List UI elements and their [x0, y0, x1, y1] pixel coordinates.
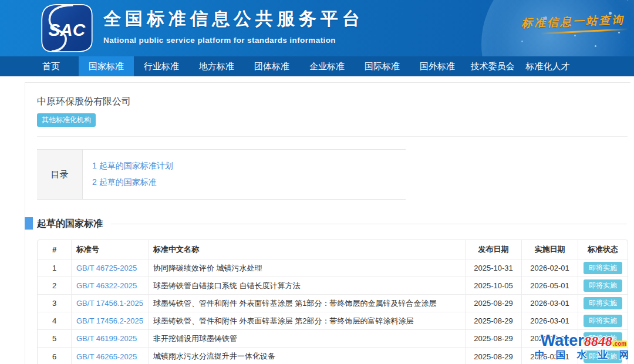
standard-name: 球墨铸铁管、管件和附件 外表面锌基涂层 第1部分：带终饰层的金属锌及锌合金涂层 — [149, 295, 466, 312]
table-row: 3 GB/T 17456.1-2025 球墨铸铁管、管件和附件 外表面锌基涂层 … — [38, 295, 628, 312]
status-badge: 即将实施 — [584, 279, 622, 292]
toc-box: 目录 1 起草的国家标准计划 2 起草的国家标准 — [37, 149, 406, 200]
publish-date: 2025-08-29 — [466, 348, 522, 364]
standard-name: 球墨铸铁管自锚接口系统 自锚长度计算方法 — [149, 277, 466, 295]
row-index: 3 — [38, 295, 72, 312]
table-row: 2 GB/T 46322-2025 球墨铸铁管自锚接口系统 自锚长度计算方法 2… — [38, 277, 628, 295]
company-type-badge: 其他标准化机构 — [37, 113, 96, 127]
nav-item-local-standards[interactable]: 地方标准 — [189, 56, 244, 76]
implement-date: 2026-03-01 — [522, 348, 578, 364]
row-index: 2 — [38, 277, 72, 295]
site-subtitle: National public service platform for sta… — [103, 36, 364, 45]
sac-logo-icon: SAC — [41, 4, 93, 52]
row-index: 1 — [38, 259, 72, 277]
standard-name: 非开挖铺设用球墨铸铁管 — [149, 330, 466, 348]
status-badge: 即将实施 — [584, 315, 622, 327]
nav-item-industry-standards[interactable]: 行业标准 — [134, 56, 189, 76]
company-name: 中原环保股份有限公司 — [37, 96, 628, 108]
col-header-impl-date: 实施日期 — [522, 240, 578, 259]
table-row: 5 GB/T 46199-2025 非开挖铺设用球墨铸铁管 2025-08-29… — [38, 330, 628, 348]
globe-dots-decoration — [628, 0, 628, 1]
status-badge: 即将实施 — [584, 332, 622, 345]
site-header: SAC 全国标准信息公共服务平台 National public service… — [0, 0, 634, 56]
nav-item-national-standards[interactable]: 国家标准 — [79, 56, 134, 76]
nav-item-group-standards[interactable]: 团体标准 — [244, 56, 299, 76]
main-nav: 首页 国家标准 行业标准 地方标准 团体标准 企业标准 国际标准 国外标准 技术… — [0, 56, 634, 76]
table-row: 6 GB/T 46265-2025 城镇雨水污水分流提升井一体化设备 2025-… — [38, 348, 628, 364]
svg-text:SAC: SAC — [49, 20, 86, 39]
status-badge: 即将实施 — [584, 262, 622, 274]
toc-link-drafted-national-standards[interactable]: 2 起草的国家标准 — [92, 174, 173, 190]
table-row: 1 GB/T 46725-2025 协同降碳绩效评价 城镇污水处理 2025-1… — [38, 259, 628, 277]
implement-date: 2026-03-01 — [522, 312, 578, 330]
implement-date: 2026-02-01 — [522, 259, 578, 277]
publish-date: 2025-08-29 — [466, 312, 522, 330]
sac-logo[interactable]: SAC — [41, 4, 93, 52]
implement-date: 2026-05-01 — [522, 277, 578, 295]
content-card: 中原环保股份有限公司 其他标准化机构 目录 1 起草的国家标准计划 2 起草的国… — [25, 82, 630, 364]
status-badge: 即将实施 — [584, 350, 622, 363]
standard-code-link[interactable]: GB/T 46322-2025 — [76, 281, 137, 290]
implement-date: 2026-03-01 — [522, 295, 578, 312]
col-header-pub-date: 发布日期 — [466, 240, 522, 259]
publish-date: 2025-08-29 — [466, 330, 522, 348]
publish-date: 2025-10-05 — [466, 277, 522, 295]
table-row: 4 GB/T 17456.2-2025 球墨铸铁管、管件和附件 外表面锌基涂层 … — [38, 312, 628, 330]
status-badge: 即将实施 — [584, 297, 622, 309]
site-title: 全国标准信息公共服务平台 — [103, 7, 364, 31]
col-header-code: 标准号 — [72, 240, 149, 259]
nav-item-foreign-standards[interactable]: 国外标准 — [410, 56, 465, 76]
row-index: 5 — [38, 330, 72, 348]
standard-code-link[interactable]: GB/T 17456.2-2025 — [76, 316, 143, 325]
nav-item-home[interactable]: 首页 — [23, 56, 79, 76]
standard-code-link[interactable]: GB/T 17456.1-2025 — [76, 299, 143, 308]
standard-name: 球墨铸铁管、管件和附件 外表面锌基涂层 第2部分：带终饰层的富锌涂料涂层 — [149, 312, 466, 330]
col-header-status: 标准状态 — [578, 240, 628, 259]
divider — [37, 136, 628, 137]
toc-links: 1 起草的国家标准计划 2 起草的国家标准 — [83, 150, 173, 199]
col-header-index: # — [38, 240, 72, 259]
publish-date: 2025-08-29 — [466, 295, 522, 312]
col-header-name: 标准中文名称 — [149, 240, 466, 259]
row-index: 4 — [38, 312, 72, 330]
nav-item-standardization-talent[interactable]: 标准化人才 — [520, 56, 575, 76]
section-header: 起草的国家标准 — [37, 218, 628, 230]
table-header-row: # 标准号 标准中文名称 发布日期 实施日期 标准状态 — [38, 240, 628, 259]
standard-code-link[interactable]: GB/T 46265-2025 — [76, 352, 137, 361]
section-marker-icon — [25, 217, 33, 230]
toc-link-drafted-national-plans[interactable]: 1 起草的国家标准计划 — [92, 157, 173, 174]
standards-table: # 标准号 标准中文名称 发布日期 实施日期 标准状态 1 GB/T 46725… — [37, 240, 628, 364]
nav-item-international-standards[interactable]: 国际标准 — [355, 56, 410, 76]
header-titles: 全国标准信息公共服务平台 National public service pla… — [103, 7, 364, 45]
nav-item-enterprise-standards[interactable]: 企业标准 — [299, 56, 355, 76]
standard-name: 城镇雨水污水分流提升井一体化设备 — [149, 348, 466, 364]
nav-item-technical-committees[interactable]: 技术委员会 — [465, 56, 520, 76]
section-title: 起草的国家标准 — [37, 218, 103, 230]
publish-date: 2025-10-31 — [466, 259, 522, 277]
row-index: 6 — [38, 348, 72, 364]
section-rule — [111, 224, 627, 224]
standard-name: 协同降碳绩效评价 城镇污水处理 — [149, 259, 466, 277]
toc-title: 目录 — [37, 150, 83, 199]
standard-code-link[interactable]: GB/T 46725-2025 — [76, 264, 137, 272]
implement-date: 2026-03-01 — [522, 330, 578, 348]
standard-code-link[interactable]: GB/T 46199-2025 — [76, 334, 137, 343]
